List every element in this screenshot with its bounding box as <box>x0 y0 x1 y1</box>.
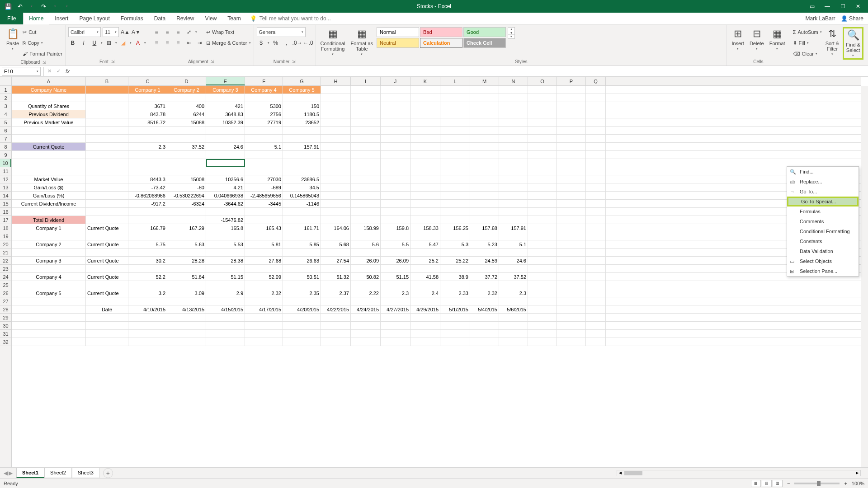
cell-O10[interactable] <box>528 159 557 167</box>
cell-O29[interactable] <box>528 314 557 321</box>
cell-L3[interactable] <box>440 102 470 110</box>
cell-J5[interactable] <box>381 118 410 126</box>
cell-C2[interactable] <box>128 94 167 102</box>
cell-A12[interactable]: Market Value <box>12 175 86 183</box>
row-header-16[interactable]: 16 <box>0 208 11 216</box>
cell-C6[interactable] <box>128 127 167 134</box>
cell-G12[interactable]: 23686.5 <box>283 175 321 183</box>
cell-B7[interactable] <box>86 135 128 142</box>
cell-G15[interactable]: -1146 <box>283 200 321 207</box>
cell-M5[interactable] <box>470 118 499 126</box>
cell-B32[interactable] <box>86 338 128 346</box>
cell-J12[interactable] <box>381 175 410 183</box>
menu-replace[interactable]: abReplace... <box>787 177 859 187</box>
cell-N27[interactable] <box>499 297 528 305</box>
cell-L18[interactable]: 156.25 <box>440 224 470 232</box>
sheet-tab-2[interactable]: Sheet2 <box>44 468 72 478</box>
cell-J2[interactable] <box>381 94 410 102</box>
cell-O19[interactable] <box>528 232 557 240</box>
cell-L9[interactable] <box>440 151 470 159</box>
cell-H25[interactable] <box>321 281 351 289</box>
maximize-icon[interactable]: ☐ <box>836 1 849 12</box>
cell-O18[interactable] <box>528 224 557 232</box>
cell-I22[interactable]: 26.09 <box>351 257 381 264</box>
insert-cells-button[interactable]: ⊞Insert▾ <box>730 27 746 52</box>
col-header-H[interactable]: H <box>321 77 351 85</box>
cell-G14[interactable]: 0.145865043 <box>283 192 321 199</box>
cell-J21[interactable] <box>381 249 410 256</box>
cell-A32[interactable] <box>12 338 86 346</box>
row-header-5[interactable]: 5 <box>0 118 11 127</box>
cell-C17[interactable] <box>128 216 167 224</box>
align-bottom-icon[interactable]: ≡ <box>174 28 183 37</box>
cell-K32[interactable] <box>410 338 440 346</box>
cell-H22[interactable]: 27.54 <box>321 257 351 264</box>
cell-F1[interactable]: Company 4 <box>245 86 283 94</box>
cell-M9[interactable] <box>470 151 499 159</box>
cell-A9[interactable] <box>12 151 86 159</box>
cell-P6[interactable] <box>557 127 586 134</box>
cell-P29[interactable] <box>557 314 586 321</box>
cell-D31[interactable] <box>167 330 206 338</box>
cell-F2[interactable] <box>245 94 283 102</box>
cell-E25[interactable] <box>206 281 245 289</box>
cell-B20[interactable]: Current Quote <box>86 240 128 248</box>
cell-M17[interactable] <box>470 216 499 224</box>
cell-A7[interactable] <box>12 135 86 142</box>
cell-N10[interactable] <box>499 159 528 167</box>
row-header-9[interactable]: 9 <box>0 151 11 159</box>
cell-J11[interactable] <box>381 167 410 175</box>
hscroll-thumb[interactable] <box>624 471 642 475</box>
cell-M11[interactable] <box>470 167 499 175</box>
col-header-K[interactable]: K <box>410 77 440 85</box>
cell-H9[interactable] <box>321 151 351 159</box>
cell-L32[interactable] <box>440 338 470 346</box>
cell-I28[interactable]: 4/24/2015 <box>351 305 381 313</box>
cell-O12[interactable] <box>528 175 557 183</box>
cell-C16[interactable] <box>128 208 167 216</box>
align-center-icon[interactable]: ≡ <box>163 38 172 47</box>
cell-J25[interactable] <box>381 281 410 289</box>
cell-E8[interactable]: 24.6 <box>206 143 245 150</box>
save-icon[interactable]: 💾 <box>3 1 14 12</box>
cell-A27[interactable] <box>12 297 86 305</box>
cell-L16[interactable] <box>440 208 470 216</box>
enter-formula-icon[interactable]: ✓ <box>54 67 63 76</box>
cell-C13[interactable]: -73.42 <box>128 183 167 191</box>
cell-J15[interactable] <box>381 200 410 207</box>
cell-M21[interactable] <box>470 249 499 256</box>
cell-I4[interactable] <box>351 110 381 118</box>
cell-F30[interactable] <box>245 322 283 329</box>
new-sheet-button[interactable]: + <box>103 468 113 478</box>
cell-D4[interactable]: -6244 <box>167 110 206 118</box>
cell-A26[interactable]: Company 5 <box>12 289 86 297</box>
cell-K12[interactable] <box>410 175 440 183</box>
cell-A20[interactable]: Company 2 <box>12 240 86 248</box>
cell-D30[interactable] <box>167 322 206 329</box>
cell-H29[interactable] <box>321 314 351 321</box>
cell-A1[interactable]: Company Name <box>12 86 86 94</box>
cell-J20[interactable]: 5.5 <box>381 240 410 248</box>
cell-I23[interactable] <box>351 265 381 272</box>
cell-P16[interactable] <box>557 208 586 216</box>
cell-O20[interactable] <box>528 240 557 248</box>
cell-M6[interactable] <box>470 127 499 134</box>
tab-view[interactable]: View <box>200 13 222 24</box>
cell-Q19[interactable] <box>586 232 606 240</box>
cell-Q5[interactable] <box>586 118 606 126</box>
font-launcher-icon[interactable]: ⇲ <box>111 59 115 64</box>
cell-J6[interactable] <box>381 127 410 134</box>
cell-C20[interactable]: 5.75 <box>128 240 167 248</box>
cell-M25[interactable] <box>470 281 499 289</box>
cell-N16[interactable] <box>499 208 528 216</box>
cell-J14[interactable] <box>381 192 410 199</box>
cell-F3[interactable]: 5300 <box>245 102 283 110</box>
cell-O6[interactable] <box>528 127 557 134</box>
cell-N21[interactable] <box>499 249 528 256</box>
cell-B31[interactable] <box>86 330 128 338</box>
cell-F31[interactable] <box>245 330 283 338</box>
cell-E6[interactable] <box>206 127 245 134</box>
fx-icon[interactable]: fx <box>66 68 70 75</box>
fill-button[interactable]: ⬇Fill▾ <box>793 38 822 48</box>
decrease-font-icon[interactable]: A▼ <box>132 28 141 37</box>
